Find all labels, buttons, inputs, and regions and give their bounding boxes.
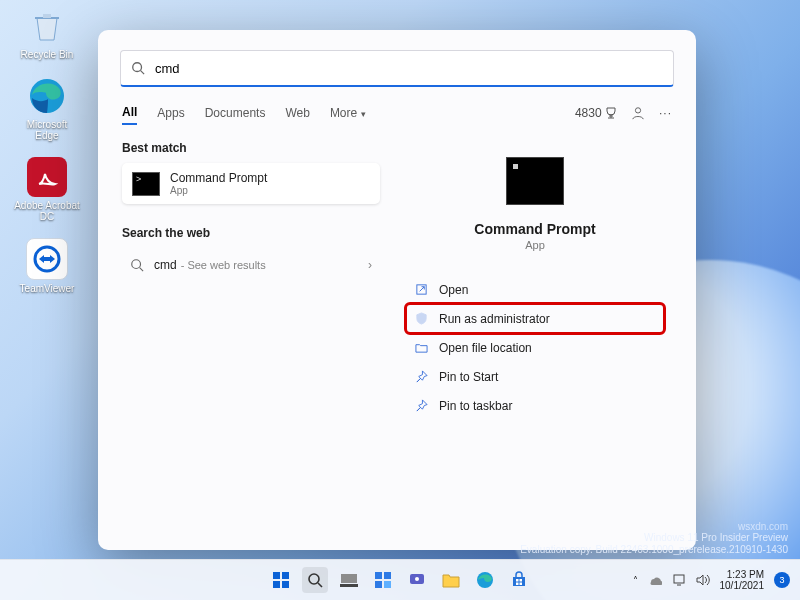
search-tabs: All Apps Documents Web More ▾ 4830 ··· xyxy=(122,101,672,125)
volume-icon[interactable] xyxy=(696,574,710,586)
acrobat-icon[interactable]: Adobe Acrobat DC xyxy=(14,157,80,222)
clock[interactable]: 1:23 PM 10/1/2021 xyxy=(720,569,765,591)
chevron-right-icon: › xyxy=(368,258,372,272)
svg-rect-19 xyxy=(375,581,382,588)
best-match-result[interactable]: Command Prompt App xyxy=(122,163,380,204)
start-button[interactable] xyxy=(268,567,294,593)
browser-icon xyxy=(27,76,67,116)
recycle-bin-icon[interactable]: Recycle Bin xyxy=(14,6,80,60)
tab-web[interactable]: Web xyxy=(285,102,309,124)
search-input[interactable] xyxy=(153,60,663,77)
svg-rect-11 xyxy=(273,581,280,588)
svg-rect-26 xyxy=(516,583,519,586)
desktop-icon-label: Adobe Acrobat DC xyxy=(14,200,80,222)
search-box[interactable] xyxy=(120,50,674,87)
trophy-icon xyxy=(605,107,617,119)
web-desc: - See web results xyxy=(181,259,266,271)
svg-rect-18 xyxy=(384,572,391,579)
desktop: Recycle Bin Microsoft Edge Adobe Acrobat… xyxy=(0,0,800,600)
svg-rect-28 xyxy=(674,575,684,583)
svg-rect-25 xyxy=(520,579,523,582)
svg-rect-10 xyxy=(282,572,289,579)
svg-line-14 xyxy=(318,583,322,587)
pin-icon xyxy=(414,398,429,413)
svg-rect-16 xyxy=(340,584,358,587)
action-open-location[interactable]: Open file location xyxy=(406,333,664,362)
action-run-as-admin[interactable]: Run as administrator xyxy=(406,304,664,333)
svg-rect-27 xyxy=(520,583,523,586)
tab-all[interactable]: All xyxy=(122,101,137,125)
widgets[interactable] xyxy=(370,567,396,593)
detail-title: Command Prompt xyxy=(474,221,595,237)
chat[interactable] xyxy=(404,567,430,593)
teamviewer-icon[interactable]: TeamViewer xyxy=(14,238,80,294)
svg-rect-20 xyxy=(384,581,391,588)
svg-rect-12 xyxy=(282,581,289,588)
cmd-icon xyxy=(132,172,160,196)
tray-chevron-icon[interactable]: ˄ xyxy=(633,575,638,586)
site-watermark: wsxdn.com xyxy=(738,521,788,532)
tab-more[interactable]: More ▾ xyxy=(330,102,366,124)
edge-icon[interactable]: Microsoft Edge xyxy=(14,76,80,141)
desktop-icon-column: Recycle Bin Microsoft Edge Adobe Acrobat… xyxy=(14,6,80,294)
pin-icon xyxy=(414,369,429,384)
network-icon[interactable] xyxy=(672,573,686,587)
svg-point-22 xyxy=(415,577,419,581)
onedrive-icon[interactable] xyxy=(648,573,662,587)
web-result[interactable]: cmd - See web results › xyxy=(122,248,380,282)
results-column: Best match Command Prompt App Search the… xyxy=(122,141,380,420)
desktop-icon-label: Microsoft Edge xyxy=(14,119,80,141)
notification-badge[interactable]: 3 xyxy=(774,572,790,588)
system-tray: ˄ 1:23 PM 10/1/2021 3 xyxy=(633,569,801,591)
taskbar-center xyxy=(268,567,532,593)
web-query: cmd xyxy=(154,258,177,272)
start-search-panel: All Apps Documents Web More ▾ 4830 ··· B… xyxy=(98,30,696,550)
action-pin-start[interactable]: Pin to Start xyxy=(406,362,664,391)
search-web-heading: Search the web xyxy=(122,226,380,240)
app-large-icon xyxy=(506,157,564,205)
search-icon xyxy=(130,258,144,272)
svg-rect-17 xyxy=(375,572,382,579)
svg-point-6 xyxy=(132,260,141,269)
trash-icon xyxy=(27,6,67,46)
action-open[interactable]: Open xyxy=(406,275,664,304)
svg-rect-15 xyxy=(341,574,357,583)
action-pin-taskbar[interactable]: Pin to taskbar xyxy=(406,391,664,420)
task-view[interactable] xyxy=(336,567,362,593)
tab-apps[interactable]: Apps xyxy=(157,102,184,124)
pdf-icon xyxy=(27,157,67,197)
best-match-heading: Best match xyxy=(122,141,380,155)
desktop-icon-label: Recycle Bin xyxy=(21,49,74,60)
detail-pane: Command Prompt App Open Run as administr… xyxy=(392,141,678,420)
file-explorer[interactable] xyxy=(438,567,464,593)
result-subtitle: App xyxy=(170,185,267,196)
windows-watermark: Windows 11 Pro Insider Preview Evaluatio… xyxy=(520,532,788,556)
shield-icon xyxy=(414,311,429,326)
taskbar: ˄ 1:23 PM 10/1/2021 3 xyxy=(0,559,800,600)
taskbar-store[interactable] xyxy=(506,567,532,593)
rewards-points[interactable]: 4830 xyxy=(575,106,617,120)
folder-icon xyxy=(414,340,429,355)
svg-line-4 xyxy=(141,71,145,75)
taskbar-edge[interactable] xyxy=(472,567,498,593)
account-icon[interactable] xyxy=(631,106,645,120)
result-title: Command Prompt xyxy=(170,171,267,185)
detail-subtitle: App xyxy=(525,239,545,251)
remote-icon xyxy=(26,238,68,280)
svg-point-13 xyxy=(309,574,319,584)
taskbar-search[interactable] xyxy=(302,567,328,593)
desktop-icon-label: TeamViewer xyxy=(20,283,75,294)
svg-rect-2 xyxy=(44,257,50,261)
svg-rect-24 xyxy=(516,579,519,582)
search-icon xyxy=(131,61,145,75)
svg-rect-9 xyxy=(273,572,280,579)
more-options-icon[interactable]: ··· xyxy=(659,106,672,120)
svg-point-3 xyxy=(133,63,142,72)
open-icon xyxy=(414,282,429,297)
tab-documents[interactable]: Documents xyxy=(205,102,266,124)
svg-point-5 xyxy=(635,108,640,113)
svg-line-7 xyxy=(140,268,144,272)
